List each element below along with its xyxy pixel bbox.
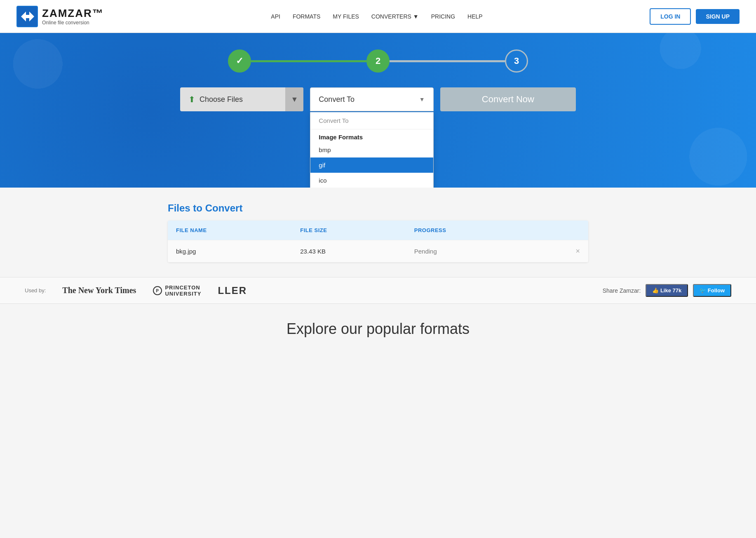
step-line-1	[251, 60, 366, 62]
col-progress: PROGRESS	[406, 221, 533, 240]
convert-to-wrapper: Convert To ▼ Convert To Image Formats bm…	[310, 87, 433, 111]
nav-formats[interactable]: FORMATS	[293, 13, 320, 20]
choose-files-button[interactable]: ⬆ Choose Files ▼	[180, 87, 303, 111]
logo-sub: Online file conversion	[42, 20, 104, 26]
convert-to-button[interactable]: Convert To ▼	[310, 87, 433, 111]
svg-text:P: P	[156, 289, 160, 293]
step-2-circle: 2	[366, 49, 390, 73]
explore-section: Explore our popular formats	[0, 304, 756, 354]
files-table: FILE NAME FILE SIZE PROGRESS bkg.jpg 23.…	[168, 221, 588, 262]
convert-to-chevron-icon: ▼	[419, 96, 425, 103]
used-by-bar: Used by: The New York Times P PRINCETONU…	[0, 277, 756, 304]
step-1-circle: ✓	[228, 49, 251, 73]
image-formats-category: Image Formats	[310, 129, 433, 142]
col-filesize: FILE SIZE	[292, 221, 406, 240]
files-title: Files to Convert	[168, 202, 588, 214]
logo-name: ZAMZAR™	[42, 7, 104, 20]
remove-file-button[interactable]: ×	[575, 247, 580, 256]
used-by-label: Used by:	[25, 287, 46, 294]
hero-section: ✓ 2 3 ⬆ Choose Files ▼	[0, 33, 756, 188]
nav-api[interactable]: API	[271, 13, 280, 20]
file-name-cell: bkg.jpg	[168, 240, 292, 263]
explore-title: Explore our popular formats	[16, 320, 740, 338]
files-section: Files to Convert FILE NAME FILE SIZE PRO…	[151, 202, 605, 262]
signup-button[interactable]: SIGN UP	[696, 9, 740, 24]
twitter-follow-button[interactable]: 🐦 Follow	[693, 284, 731, 297]
convert-to-label: Convert To	[319, 95, 355, 104]
logo-area: ZAMZAR™ Online file conversion	[16, 6, 104, 27]
share-label: Share Zamzar:	[603, 287, 641, 294]
col-filename: FILE NAME	[168, 221, 292, 240]
princeton-logo: P PRINCETONUNIVERSITY	[153, 284, 201, 297]
nav-converters[interactable]: CONVERTERS ▼	[371, 13, 419, 20]
facebook-like-button[interactable]: 👍 Like 77k	[646, 284, 688, 297]
format-dropdown: Convert To Image Formats bmp gif ico pcx…	[310, 112, 433, 188]
login-button[interactable]: LOG IN	[650, 8, 691, 25]
format-bmp[interactable]: bmp	[310, 142, 433, 157]
file-size-cell: 23.43 KB	[292, 240, 406, 263]
choose-files-dropdown-arrow: ▼	[285, 87, 303, 111]
step-3-circle: 3	[505, 49, 528, 73]
files-title-accent: Convert	[205, 202, 243, 214]
nyt-logo: The New York Times	[62, 286, 136, 295]
dropdown-placeholder: Convert To	[310, 112, 433, 129]
converter-controls: ⬆ Choose Files ▼ Convert To ▼ Convert To…	[180, 87, 576, 111]
nav-pricing[interactable]: PRICING	[431, 13, 455, 20]
logo-icon	[16, 6, 38, 27]
col-actions	[533, 221, 588, 240]
brand-ller: LLER	[218, 285, 247, 296]
file-remove-cell: ×	[533, 240, 588, 263]
nav-help[interactable]: HELP	[467, 13, 483, 20]
format-ico[interactable]: ico	[310, 173, 433, 188]
file-progress-cell: Pending	[406, 240, 533, 263]
converters-chevron-icon: ▼	[413, 13, 419, 20]
choose-files-label: Choose Files	[200, 95, 243, 104]
share-area: Share Zamzar: 👍 Like 77k 🐦 Follow	[603, 284, 731, 297]
logo-text-area: ZAMZAR™ Online file conversion	[42, 7, 104, 26]
format-gif[interactable]: gif	[310, 157, 433, 173]
convert-now-button[interactable]: Convert Now	[440, 87, 576, 111]
step-line-2	[390, 60, 505, 62]
header: ZAMZAR™ Online file conversion API FORMA…	[0, 0, 756, 33]
step-indicators: ✓ 2 3	[180, 49, 576, 73]
used-by-logos: The New York Times P PRINCETONUNIVERSITY…	[62, 284, 586, 297]
table-header-row: FILE NAME FILE SIZE PROGRESS	[168, 221, 588, 240]
upload-icon: ⬆	[188, 94, 195, 104]
nav-my-files[interactable]: MY FILES	[333, 13, 359, 20]
svg-marker-0	[21, 12, 34, 21]
nav: API FORMATS MY FILES CONVERTERS ▼ PRICIN…	[271, 13, 482, 20]
nav-buttons: LOG IN SIGN UP	[650, 8, 740, 25]
table-row: bkg.jpg 23.43 KB Pending ×	[168, 240, 588, 263]
